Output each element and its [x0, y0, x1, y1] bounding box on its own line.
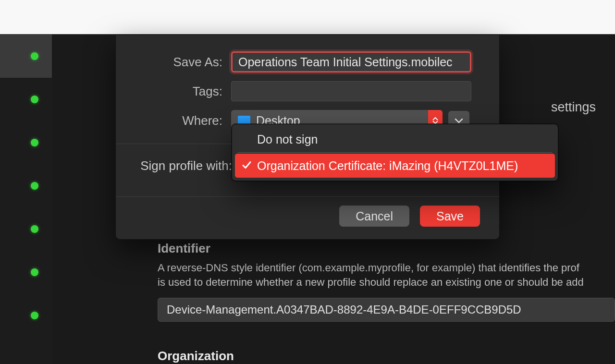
sign-profile-label: Sign profile with: — [135, 158, 241, 173]
identifier-title: Identifier — [158, 241, 615, 256]
sidebar-item-5[interactable] — [0, 207, 52, 251]
sign-option-org-cert[interactable]: Organization Certificate: iMazing (H4VTZ… — [235, 154, 555, 178]
sidebar-item-7[interactable] — [0, 294, 52, 337]
sign-profile-dropdown: Do not sign Organization Certificate: iM… — [232, 124, 558, 181]
sidebar-item-1[interactable] — [0, 35, 52, 78]
sign-option-do-not-sign[interactable]: Do not sign — [235, 127, 555, 151]
cancel-button[interactable]: Cancel — [339, 206, 409, 227]
checkmark-icon — [242, 159, 251, 173]
status-dot-icon — [31, 96, 38, 103]
sidebar-item-2[interactable] — [0, 78, 52, 121]
status-dot-icon — [31, 312, 38, 319]
organization-title: Organization — [158, 349, 615, 364]
save-as-label: Save As: — [135, 55, 231, 70]
sidebar — [0, 35, 52, 364]
dropdown-separator — [238, 152, 552, 153]
where-label: Where: — [135, 113, 231, 128]
settings-text-fragment: settings — [551, 100, 596, 115]
sidebar-item-4[interactable] — [0, 164, 52, 207]
identifier-field[interactable]: Device-Management.A0347BAD-8892-4E9A-B4D… — [158, 298, 615, 322]
save-button[interactable]: Save — [420, 206, 480, 227]
status-dot-icon — [31, 225, 38, 233]
sidebar-item-6[interactable] — [0, 251, 52, 294]
identifier-desc-line2: is used to determine whether a new profi… — [158, 276, 584, 288]
identifier-section: Identifier A reverse-DNS style identifie… — [158, 241, 615, 364]
tags-input[interactable] — [231, 81, 471, 101]
window-top-area — [0, 0, 615, 35]
chevron-down-icon — [455, 118, 463, 123]
status-dot-icon — [31, 139, 38, 146]
save-dialog-bottom: Cancel Save — [116, 197, 499, 239]
identifier-desc-line1: A reverse-DNS style identifier (com.exam… — [158, 262, 579, 274]
status-dot-icon — [31, 182, 38, 190]
sign-option-org-cert-label: Organization Certificate: iMazing (H4VTZ… — [257, 159, 518, 173]
status-dot-icon — [31, 52, 38, 60]
save-as-input[interactable] — [231, 51, 471, 73]
sidebar-item-3[interactable] — [0, 121, 52, 164]
tags-label: Tags: — [135, 84, 231, 99]
status-dot-icon — [31, 268, 38, 276]
identifier-description: A reverse-DNS style identifier (com.exam… — [158, 261, 615, 289]
